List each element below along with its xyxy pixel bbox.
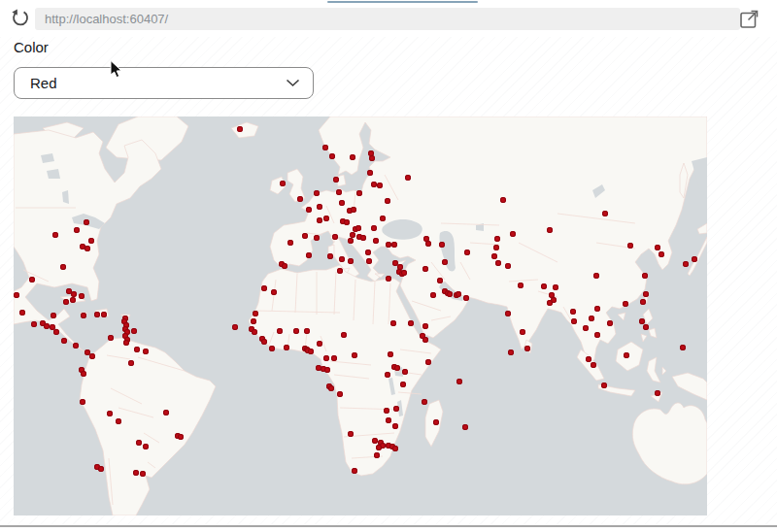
reload-button[interactable] — [11, 9, 30, 28]
map-dot — [360, 235, 366, 241]
map-dot — [425, 241, 431, 247]
map-dot — [337, 268, 343, 274]
map-dot — [524, 346, 530, 351]
map-dot — [463, 295, 469, 301]
map-dot — [456, 379, 462, 384]
map-dot — [393, 406, 399, 412]
map-dot — [287, 240, 293, 246]
map-dot — [352, 468, 357, 474]
map-dot — [123, 340, 129, 346]
map-dot — [371, 225, 377, 231]
map-dot — [655, 245, 660, 250]
map-dot — [70, 297, 76, 303]
map-dot — [385, 372, 390, 378]
map-dot — [314, 190, 320, 196]
map-dot — [607, 320, 613, 326]
map-dot — [81, 371, 86, 377]
map-dot — [79, 293, 84, 299]
map-dot — [365, 249, 371, 255]
map-dot — [14, 292, 19, 298]
map-dot — [464, 249, 470, 255]
map-dot — [510, 231, 516, 237]
map-dot — [232, 324, 238, 330]
map-dot — [324, 367, 330, 373]
map-dot — [586, 356, 591, 362]
url-text: http://localhost:60407/ — [35, 12, 168, 26]
map-dot — [339, 256, 345, 262]
map-dot — [308, 349, 314, 354]
map-dot — [252, 329, 257, 335]
map-dot — [84, 246, 90, 251]
map-dot — [297, 196, 303, 202]
map-dot — [317, 341, 322, 347]
map-dot — [350, 154, 355, 160]
map-dot — [51, 313, 56, 318]
map-dot — [570, 309, 576, 315]
map-dot — [394, 365, 400, 371]
map-dot — [430, 292, 436, 298]
reload-icon — [11, 9, 30, 28]
map-dot — [143, 349, 149, 354]
map-dot — [392, 446, 398, 451]
open-in-new-window-icon — [739, 9, 760, 29]
map-dot — [505, 263, 511, 269]
map-dot — [547, 300, 553, 306]
map-dot — [60, 264, 66, 270]
color-select[interactable]: Red — [14, 67, 314, 99]
map-dot — [594, 306, 600, 312]
map-dot — [591, 362, 596, 368]
open-external-button[interactable] — [739, 9, 760, 29]
map-dot — [433, 419, 439, 425]
map-dot — [366, 258, 372, 264]
map-dot — [304, 328, 310, 334]
map-dot — [642, 273, 648, 279]
map-dot — [639, 318, 645, 324]
map-dot — [269, 346, 275, 351]
map-dot — [253, 311, 258, 316]
map-dot — [593, 273, 599, 279]
tab-accent-line — [327, 1, 478, 3]
map-dot — [280, 181, 286, 186]
map-dot — [333, 177, 339, 183]
map-dot — [659, 251, 664, 257]
map-dot — [331, 355, 337, 361]
map-dot — [277, 328, 283, 334]
map-dot — [392, 423, 398, 429]
url-input[interactable]: http://localhost:60407/ — [35, 8, 740, 30]
map-dot — [439, 242, 445, 248]
map-dot — [133, 470, 139, 476]
map-dot — [107, 411, 113, 416]
map-dot — [61, 338, 67, 344]
map-dot — [348, 431, 354, 437]
map-dot — [462, 424, 468, 430]
map-dot — [328, 385, 334, 391]
mouse-cursor-icon — [110, 60, 124, 84]
map-dot — [237, 126, 243, 132]
map-dot — [374, 452, 380, 458]
map-dot — [63, 299, 69, 305]
map-dot — [495, 260, 501, 266]
map-dot — [351, 207, 356, 213]
map-dot — [337, 391, 343, 397]
map-dot — [518, 283, 524, 288]
map-dot — [623, 301, 628, 307]
map-dot — [520, 329, 525, 335]
map-dot — [317, 204, 322, 210]
map-dot — [571, 318, 577, 324]
map-dot — [29, 277, 35, 283]
map-dot — [140, 471, 146, 477]
map-dot — [282, 263, 287, 269]
map-dot — [128, 360, 134, 366]
map-dot — [388, 351, 393, 357]
map-dot — [306, 207, 312, 213]
map-dot — [322, 145, 328, 150]
map-dot — [643, 291, 649, 297]
map-dot — [500, 197, 506, 203]
map-dot — [547, 227, 553, 233]
map-dot — [373, 238, 379, 244]
map-dot — [52, 232, 58, 238]
map-dot — [108, 335, 114, 341]
world-map[interactable] — [14, 116, 707, 515]
map-dot — [81, 313, 86, 318]
map-dot — [329, 153, 335, 159]
